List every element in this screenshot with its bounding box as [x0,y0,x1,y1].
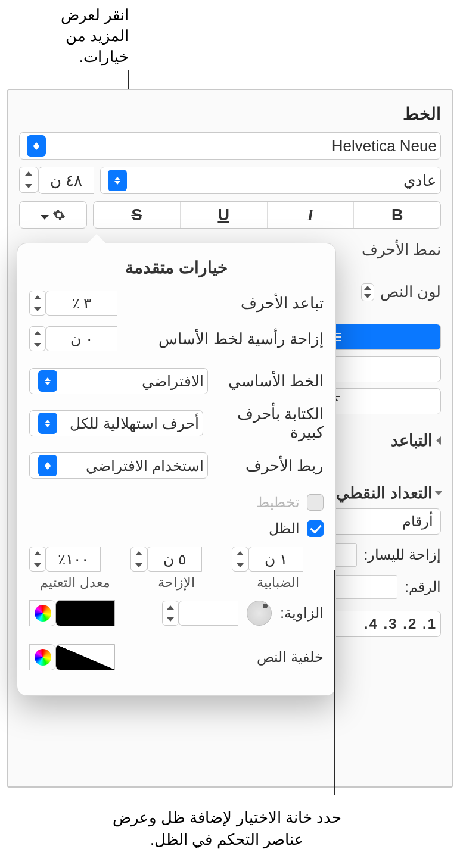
text-color-label: لون النص [380,283,441,301]
chevron-icon [434,491,443,495]
blur-stepper[interactable] [232,547,248,572]
outline-checkbox[interactable] [307,494,324,511]
popover-title: خيارات متقدمة [29,258,324,277]
shadow-color-swatch[interactable] [55,600,115,626]
offset-field[interactable]: ٥ ن [147,547,202,572]
callout-line [334,570,335,795]
shadow-color-well[interactable] [29,600,115,626]
caps-label: الكتابة بأحرف كبيرة [203,405,324,442]
bullets-label: التعداد النقطي [336,483,433,502]
number-label: الرقم: [405,579,441,595]
number-field[interactable] [332,575,397,599]
blur-label: الضبابية [257,575,299,591]
dropdown-icon [27,135,46,157]
dropdown-icon [38,455,57,476]
blur-field[interactable]: ١ ن [248,547,303,572]
spacing-label: التباعد [391,431,433,450]
offset-label: الإزاحة [158,575,195,591]
opacity-field[interactable]: ١٠٠٪ [46,547,101,572]
dropdown-icon [38,413,57,434]
font-style-value: عادي [403,171,437,190]
baseline-shift-field[interactable]: ٠ ن [46,326,117,351]
italic-button[interactable]: I [267,202,354,228]
dropdown-icon [108,170,127,191]
font-style-select[interactable]: عادي [100,167,441,194]
ligature-value: استخدام الافتراضي [86,457,204,474]
angle-field[interactable] [179,601,238,626]
bullets-type-value: أرقام [402,513,433,530]
opacity-stepper[interactable] [29,547,46,572]
callout-bottom-line2: عناصر التحكم في الظل. [89,829,365,850]
list-sequence-value: 1. 2. 3. 4. [364,616,437,632]
baseline-opt-label: الخط الأساسي [228,372,324,391]
bold-button[interactable]: B [353,202,440,228]
opacity-label: معدل التعتيم [40,575,110,591]
baseline-shift-label: إزاحة رأسية لخط الأساس [158,330,324,348]
angle-stepper[interactable] [162,601,179,626]
baseline-opt-value: الافتراضي [142,373,204,390]
font-size-stepper[interactable] [19,167,38,193]
baseline-opt-select[interactable]: الافتراضي [29,368,208,394]
angle-label: الزاوية: [280,605,324,622]
callout-top: انقر لعرض المزيد من خيارات. [51,5,129,67]
textbg-label: خلفية النص [257,649,324,666]
strikethrough-button[interactable]: S [94,202,180,228]
font-family-select[interactable]: Helvetica Neue [19,132,441,160]
angle-dial[interactable] [247,601,272,626]
color-picker-icon[interactable] [29,600,55,626]
baseline-shift-stepper[interactable] [29,326,46,351]
ligature-label: ربط الأحرف [245,457,324,475]
chevron-down-icon [41,207,49,223]
textbg-color-well[interactable] [29,644,115,670]
outline-label: تخطيط [256,494,300,511]
indent-left-label: إزاحة لليسار: [364,547,441,563]
offset-stepper[interactable] [130,547,147,572]
shadow-label: الظل [269,520,300,537]
textbg-color-swatch[interactable] [55,644,115,670]
font-family-value: Helvetica Neue [332,137,437,155]
font-size-field[interactable]: ٤٨ ن [38,167,94,194]
char-spacing-label: تباعد الأحرف [241,294,324,313]
caps-value: أحرف استهلالية للكل [70,415,199,432]
chevron-icon [436,436,441,445]
underline-button[interactable]: U [180,202,267,228]
char-spacing-field[interactable]: ٣ ٪ [46,291,117,316]
char-spacing-stepper[interactable] [29,291,46,316]
section-font-title: الخط [19,104,441,124]
advanced-options-button[interactable] [19,201,87,229]
callout-bottom: حدد خانة الاختيار لإضافة ظل وعرض عناصر ا… [89,807,365,850]
ligature-select[interactable]: استخدام الافتراضي [29,452,208,479]
color-picker-icon[interactable] [29,644,55,670]
shadow-checkbox[interactable] [307,520,324,537]
advanced-options-popover: خيارات متقدمة تباعد الأحرف ٣ ٪ إزاحة رأس… [17,243,336,696]
stepper-icon[interactable] [361,283,374,301]
gear-icon [52,208,66,221]
text-style-group: B I U S [93,201,441,229]
caps-select[interactable]: أحرف استهلالية للكل [29,410,203,436]
dropdown-icon [38,370,57,392]
callout-bottom-line1: حدد خانة الاختيار لإضافة ظل وعرض [89,807,365,828]
